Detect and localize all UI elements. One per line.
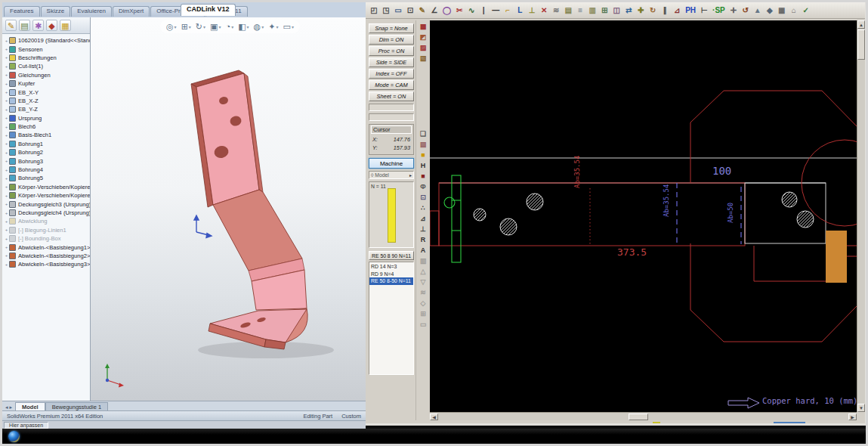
cam-toolbar-icon[interactable]: ↻ xyxy=(647,5,658,16)
tree-item[interactable]: + [-] Biegung-Linien1 xyxy=(4,226,90,234)
tab-scroll-arrows[interactable]: ◂ ▸ xyxy=(2,404,15,410)
tree-expander[interactable]: + xyxy=(4,64,9,69)
sw-toolbar-icon[interactable]: ✱ xyxy=(32,20,44,31)
tree-item[interactable]: + Abwickeln-<Basisbiegung1> xyxy=(4,243,90,251)
tree-item[interactable]: + Sensoren xyxy=(4,45,90,53)
cam-strip-icon[interactable]: ▽ xyxy=(418,277,428,287)
headsup-icon[interactable]: ◎▾ xyxy=(166,22,177,32)
cam-toolbar-icon[interactable]: ◯ xyxy=(441,5,453,16)
headsup-icon[interactable]: ⊞▾ xyxy=(181,22,191,32)
cam-toolbar-icon[interactable]: ◆ xyxy=(765,5,775,16)
cam-toolbar-icon[interactable]: | xyxy=(478,5,489,16)
tree-item[interactable]: + Gleichungen xyxy=(4,71,90,79)
tree-item[interactable]: + Kupfer xyxy=(4,79,90,88)
scroll-up-icon[interactable]: ▲ xyxy=(857,20,865,29)
tree-expander[interactable]: + xyxy=(4,176,9,181)
cam-strip-icon[interactable]: ◇ xyxy=(418,299,428,308)
cam-toolbar-icon[interactable]: ∿ xyxy=(466,5,477,16)
cam-strip-icon[interactable]: Φ xyxy=(418,182,428,192)
cam-toolbar-icon[interactable]: — xyxy=(490,5,501,16)
headsup-icon[interactable]: ◍▾ xyxy=(254,22,264,32)
cam-toolbar-icon[interactable]: ◳ xyxy=(381,5,391,16)
tree-item[interactable]: + Beschriftungen xyxy=(4,54,90,62)
cam-strip-icon[interactable]: △ xyxy=(418,267,428,277)
tree-item[interactable]: + Cut-list(1) xyxy=(4,62,90,70)
cam-strip-icon[interactable]: ▭ xyxy=(418,320,428,330)
cam-toolbar-icon[interactable]: ✚ xyxy=(635,5,646,16)
tree-expander[interactable]: + xyxy=(4,202,9,206)
tree-expander[interactable]: + xyxy=(4,141,9,146)
headsup-icon[interactable]: ↻▾ xyxy=(196,22,205,32)
cam-toolbar-icon[interactable]: ✛ xyxy=(728,5,739,16)
tree-expander[interactable]: + xyxy=(4,107,9,112)
headsup-icon[interactable]: ▣▾ xyxy=(210,22,221,32)
cam-toggle-button[interactable]: Proc = ON xyxy=(369,46,414,56)
sw-toolbar-icon[interactable]: ◆ xyxy=(46,20,57,31)
cam-strip-icon[interactable]: ∴ xyxy=(418,203,428,213)
cam-strip-icon[interactable]: ▥ xyxy=(418,256,428,266)
cam-strip-icon[interactable]: ▤ xyxy=(418,140,428,150)
cam-strip-icon[interactable]: ≋ xyxy=(418,288,428,298)
tree-item[interactable]: + Bohrung2 xyxy=(4,148,90,156)
tree-expander[interactable]: + xyxy=(4,90,9,94)
cam-toolbar-icon[interactable]: ▭ xyxy=(393,5,403,16)
cam-toolbar-icon[interactable]: ≋ xyxy=(551,5,561,16)
cam-strip-icon[interactable]: H xyxy=(418,161,428,171)
tree-expander[interactable]: + xyxy=(4,98,9,103)
cam-toolbar-icon[interactable]: ✎ xyxy=(417,5,428,16)
scroll-left-icon[interactable]: ◀ xyxy=(430,413,438,420)
tree-expander[interactable]: + xyxy=(4,237,9,241)
tree-expander[interactable]: + xyxy=(4,159,9,163)
tree-expander[interactable]: + xyxy=(4,262,9,267)
cam-toolbar-icon[interactable]: ◰ xyxy=(369,5,379,16)
scroll-right-icon[interactable]: ▶ xyxy=(848,413,857,420)
tree-item[interactable]: + Bohrung4 xyxy=(4,166,90,174)
tree-item[interactable]: + Körper-Verschieben/Kopieren2 xyxy=(4,191,90,200)
tree-item[interactable]: + Ursprung xyxy=(4,114,90,122)
commandmanager-tab[interactable]: Evaluieren xyxy=(71,6,112,17)
scroll-down-icon[interactable]: ▼ xyxy=(857,404,865,412)
cam-toolbar-icon[interactable]: ⊡ xyxy=(405,5,415,16)
cam-strip-icon[interactable]: ◩ xyxy=(418,33,428,42)
cam-toolbar-icon[interactable]: ↺ xyxy=(740,5,751,16)
tree-item[interactable]: + EB_X-Y xyxy=(4,88,90,96)
cam-toggle-button[interactable]: Dim = ON xyxy=(369,35,414,45)
commandmanager-tab[interactable]: Features xyxy=(4,6,40,17)
tree-item[interactable]: + Blech6 xyxy=(4,122,90,131)
tree-expander[interactable]: + xyxy=(4,168,9,172)
cam-toolbar-icon[interactable]: ∥ xyxy=(659,5,670,16)
tree-expander[interactable]: + xyxy=(4,150,9,155)
tree-expander[interactable]: + xyxy=(4,253,9,258)
tree-item[interactable]: + Deckungsgleich4 (Ursprung) xyxy=(4,209,90,217)
cam-toolbar-icon[interactable]: ≡ xyxy=(575,5,585,16)
cam-strip-icon[interactable]: ❏ xyxy=(418,129,428,139)
model-dropdown[interactable]: ◊ Model ▸ xyxy=(369,171,414,179)
cam-toolbar-icon[interactable]: ∠ xyxy=(429,5,440,16)
headsup-icon[interactable]: ✦▾ xyxy=(268,22,278,32)
tree-item[interactable]: + Körper-Verschieben/Kopieren1 xyxy=(4,183,90,191)
cam-drawing-canvas[interactable]: Ab=35.54 Ab=35.54 Ab=50 100 373.5 Copper… xyxy=(430,20,857,412)
tool-header-button[interactable]: RE 50 8 90 N=11 xyxy=(369,251,414,260)
tree-item[interactable]: + Bohrung3 xyxy=(4,156,90,165)
cam-toolbar-icon[interactable]: ·SP xyxy=(711,5,727,16)
cam-toolbar-icon[interactable]: ▥ xyxy=(587,5,598,16)
cam-toolbar-icon[interactable]: ✕ xyxy=(539,5,549,16)
cam-toolbar-icon[interactable]: L xyxy=(514,5,525,16)
cam-toolbar-icon[interactable]: ✓ xyxy=(801,5,811,16)
cam-strip-icon[interactable]: R xyxy=(418,235,428,245)
cam-toolbar-icon[interactable]: ▤ xyxy=(563,5,573,16)
tree-item[interactable]: + Bohrung5 xyxy=(4,174,90,182)
tree-expander[interactable]: + xyxy=(4,116,9,120)
cam-strip-icon[interactable]: ⊥ xyxy=(418,225,428,234)
scrollbar-thumb[interactable] xyxy=(629,413,648,420)
vertical-scrollbar[interactable]: ▲ ▼ xyxy=(857,20,865,412)
cam-toolbar-icon[interactable]: ⊿ xyxy=(672,5,682,16)
cam-toggle-button[interactable]: Index = OFF xyxy=(369,69,414,79)
tree-item[interactable]: + Abwickeln-<Basisbiegung3> xyxy=(4,260,90,268)
tree-item[interactable]: + [-] Bounding-Box xyxy=(4,234,90,243)
scrollbar-thumb[interactable] xyxy=(857,29,865,60)
headsup-icon[interactable]: ◔▾ xyxy=(226,22,234,31)
horizontal-scrollbar[interactable]: ◀ ▶ xyxy=(430,412,857,420)
tree-expander[interactable]: + xyxy=(4,47,9,51)
cam-strip-icon[interactable]: ▩ xyxy=(418,22,428,32)
